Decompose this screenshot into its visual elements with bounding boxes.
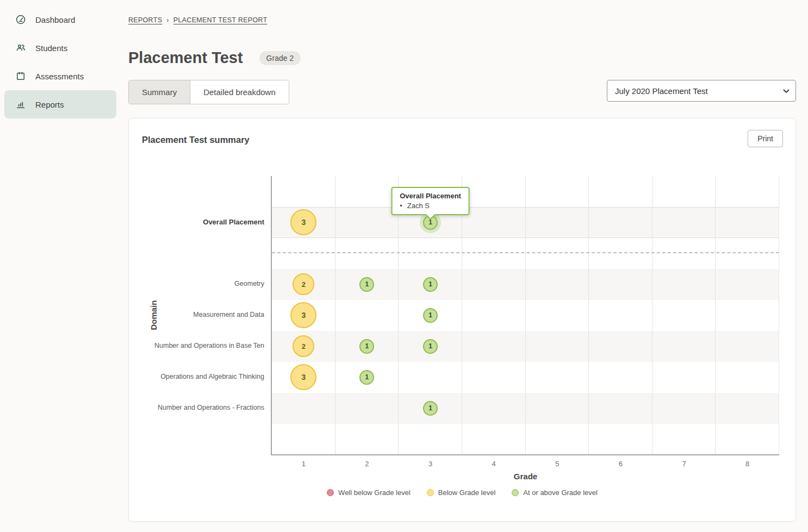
bubble-below[interactable]: 3 (290, 364, 316, 390)
students-icon (15, 42, 26, 53)
sidebar-item-label: Assessments (35, 72, 84, 81)
gridline-vertical (335, 176, 335, 454)
gridline-vertical (715, 176, 716, 454)
x-tick-label: 1 (293, 460, 314, 468)
domain-row-label: Overall Placement (129, 218, 264, 226)
test-select-wrap: July 2020 Placement Test (607, 80, 796, 102)
bubble-at_or_above[interactable]: 1 (423, 277, 438, 292)
app: Dashboard Students Assessments (0, 0, 808, 532)
tab-detailed-breakdown[interactable]: Detailed breakdown (190, 80, 289, 104)
domain-row-label: Number and Operations - Fractions (129, 404, 264, 411)
domain-row-label: Number and Operations in Base Ten (129, 342, 264, 349)
page-title: Placement Test (128, 49, 243, 67)
y-axis-line (271, 176, 272, 454)
tab-summary[interactable]: Summary (129, 80, 190, 104)
sidebar-item-label: Reports (35, 100, 64, 109)
bubble-at_or_above[interactable]: 1 (423, 339, 438, 354)
x-tick-label: 5 (546, 460, 568, 468)
title-row: Placement Test Grade 2 (128, 49, 796, 67)
bubble-at_or_above[interactable]: 1 (359, 370, 374, 385)
sidebar: Dashboard Students Assessments (0, 0, 121, 532)
legend-label: At or above Grade level (523, 489, 598, 497)
tooltip-title: Overall Placement (400, 192, 461, 200)
bubble-below[interactable]: 3 (290, 209, 316, 235)
row-band (272, 269, 779, 300)
sidebar-item-students[interactable]: Students (4, 34, 116, 62)
bubble-at_or_above[interactable]: 1 (423, 401, 438, 416)
x-axis-title: Grade (499, 472, 553, 481)
domain-row-label: Geometry (129, 280, 264, 287)
x-axis-line (271, 454, 779, 455)
breadcrumb-separator: › (166, 16, 169, 24)
y-axis-title: Domain (149, 300, 158, 330)
gridline-vertical (462, 176, 462, 454)
sidebar-item-label: Dashboard (35, 15, 75, 24)
breadcrumb-link-reports[interactable]: REPORTS (128, 16, 162, 24)
placement-summary-card: Placement Test summary Print Overall Pla… (128, 118, 796, 522)
gridline-vertical (779, 176, 779, 454)
chart-tooltip: Overall Placement•Zach S (391, 187, 470, 215)
gridline-vertical (525, 176, 526, 454)
sidebar-item-label: Students (35, 43, 67, 53)
overall-domain-separator (272, 252, 779, 253)
bar-chart-icon (15, 99, 26, 110)
calendar-icon (15, 71, 26, 82)
x-tick-label: 2 (356, 460, 378, 468)
row-band (272, 393, 779, 424)
x-tick-label: 7 (673, 460, 695, 468)
sidebar-item-dashboard[interactable]: Dashboard (4, 5, 116, 34)
x-tick-label: 6 (610, 460, 631, 468)
row-band (272, 331, 779, 362)
chart-legend: Well below Grade levelBelow Grade levelA… (129, 489, 795, 497)
grade-badge: Grade 2 (259, 51, 301, 65)
legend-item: At or above Grade level (512, 489, 598, 497)
row-band (272, 207, 779, 238)
x-tick-label: 8 (737, 460, 759, 468)
gridline-vertical (652, 176, 652, 454)
sidebar-item-assessments[interactable]: Assessments (4, 62, 116, 90)
gridline-vertical (588, 176, 589, 454)
legend-dot-at_or_above (512, 489, 519, 496)
bubble-at_or_above[interactable]: 1 (423, 308, 438, 323)
bubble-below[interactable]: 3 (290, 302, 316, 328)
bubble-at_or_above[interactable]: 1 (359, 277, 374, 292)
legend-dot-well_below (327, 489, 334, 496)
breadcrumb-link-placement-test-report[interactable]: PLACEMENT TEST REPORT (173, 16, 268, 24)
legend-label: Well below Grade level (338, 489, 411, 497)
controls-row: Summary Detailed breakdown July 2020 Pla… (128, 80, 796, 104)
legend-item: Well below Grade level (327, 489, 411, 497)
dashboard-icon (15, 14, 26, 25)
gridline-vertical (398, 176, 399, 454)
x-tick-label: 4 (483, 460, 505, 468)
placement-bubble-chart: Overall PlacementGeometryMeasurement and… (129, 118, 795, 521)
domain-row-label: Operations and Algebraic Thinking (129, 373, 264, 380)
placement-test-select[interactable]: July 2020 Placement Test (607, 80, 796, 102)
bubble-at_or_above[interactable]: 1 (359, 339, 374, 354)
sidebar-item-reports[interactable]: Reports (4, 90, 116, 118)
legend-item: Below Grade level (427, 489, 496, 497)
x-tick-label: 3 (420, 460, 442, 468)
tab-group: Summary Detailed breakdown (128, 80, 289, 104)
breadcrumb: REPORTS›PLACEMENT TEST REPORT (128, 16, 796, 24)
bullet-icon: • (400, 202, 402, 210)
legend-dot-below (427, 489, 434, 496)
tooltip-student: •Zach S (400, 202, 461, 210)
main-content: REPORTS›PLACEMENT TEST REPORT Placement … (121, 0, 808, 532)
legend-label: Below Grade level (438, 489, 496, 497)
tooltip-student-name: Zach S (407, 202, 430, 210)
